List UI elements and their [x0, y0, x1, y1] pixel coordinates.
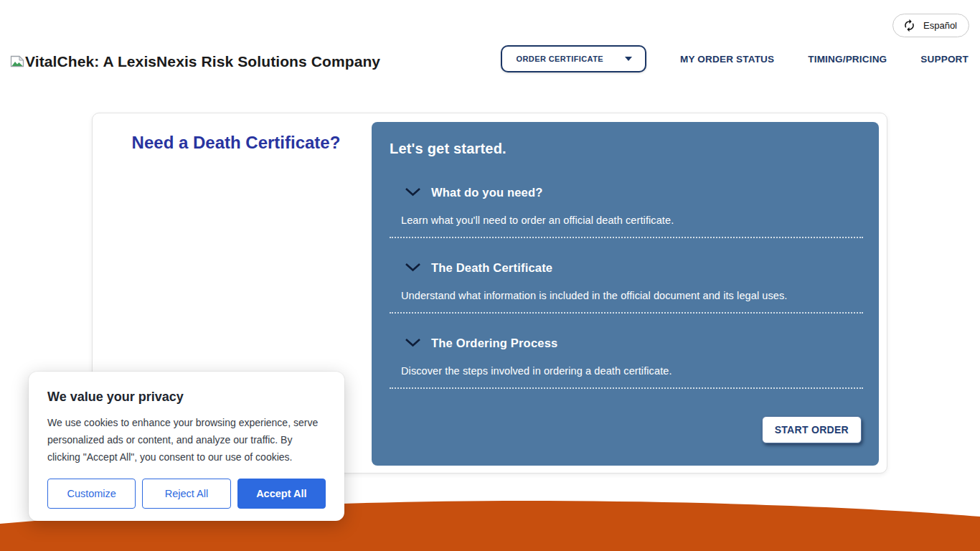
customize-button[interactable]: Customize — [47, 479, 136, 509]
language-label: Español — [923, 20, 957, 31]
order-certificate-button[interactable]: ORDER CERTIFICATE — [501, 45, 646, 72]
accordion-title: What do you need? — [431, 186, 543, 199]
cookie-message: We use cookies to enhance your browsing … — [47, 414, 321, 466]
accordion-header[interactable]: The Death Certificate — [390, 261, 863, 275]
accordion-section-ordering-process: The Ordering Process Discover the steps … — [390, 336, 863, 389]
nav-link-support[interactable]: SUPPORT — [920, 54, 969, 65]
logo[interactable]: VitalChek: A LexisNexis Risk Solutions C… — [10, 53, 380, 71]
accordion: What do you need? Learn what you'll need… — [390, 186, 863, 389]
accordion-description: Understand what information is included … — [390, 290, 863, 301]
cookie-title: We value your privacy — [47, 390, 326, 405]
accordion-title: The Ordering Process — [431, 336, 557, 350]
reject-all-button[interactable]: Reject All — [142, 479, 230, 509]
order-certificate-label: ORDER CERTIFICATE — [517, 55, 603, 63]
panel-heading: Let's get started. — [390, 141, 863, 157]
accept-all-button[interactable]: Accept All — [237, 479, 326, 509]
accordion-description: Learn what you'll need to order an offic… — [390, 215, 863, 226]
cookie-buttons-row: Customize Reject All Accept All — [47, 479, 326, 509]
language-toggle-button[interactable]: Español — [892, 14, 969, 37]
chevron-down-icon — [405, 262, 421, 275]
accordion-header[interactable]: The Ordering Process — [390, 336, 863, 350]
accordion-description: Discover the steps involved in ordering … — [390, 365, 863, 377]
accordion-section-death-certificate: The Death Certificate Understand what in… — [390, 261, 863, 314]
chevron-down-icon — [625, 57, 632, 61]
logo-alt-text: VitalChek: A LexisNexis Risk Solutions C… — [25, 53, 380, 70]
accordion-header[interactable]: What do you need? — [390, 186, 863, 199]
nav-link-timing-pricing[interactable]: TIMING/PRICING — [808, 54, 887, 65]
cookie-consent-dialog: We value your privacy We use cookies to … — [29, 372, 344, 521]
nav-link-my-order-status[interactable]: MY ORDER STATUS — [680, 54, 774, 65]
accordion-title: The Death Certificate — [431, 261, 552, 275]
chevron-down-icon — [405, 187, 421, 199]
page-title: Need a Death Certificate? — [93, 133, 380, 153]
refresh-icon — [903, 19, 916, 32]
get-started-panel: Let's get started. What do you need? Lea… — [372, 122, 879, 466]
accordion-section-what-do-you-need: What do you need? Learn what you'll need… — [390, 186, 863, 238]
chevron-down-icon — [405, 337, 421, 350]
broken-image-icon — [10, 54, 24, 71]
main-nav: ORDER CERTIFICATE MY ORDER STATUS TIMING… — [501, 45, 969, 72]
start-order-button[interactable]: START ORDER — [762, 416, 862, 443]
